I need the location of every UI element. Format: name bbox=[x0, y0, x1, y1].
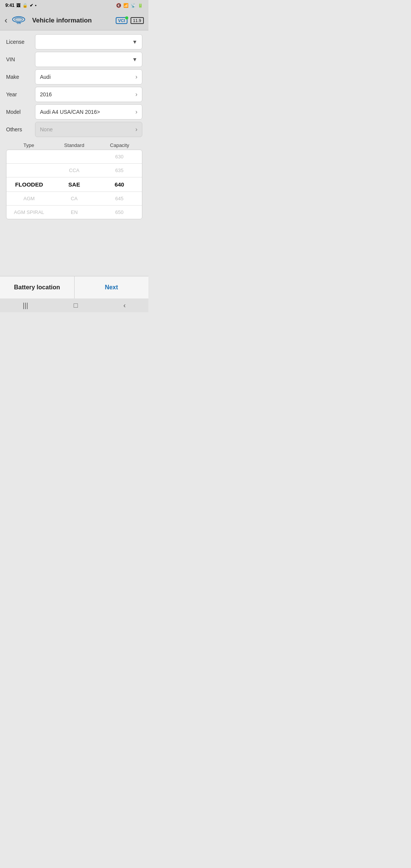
vin-chevron-down: ▼ bbox=[132, 56, 137, 62]
table-header: Type Standard Capacity bbox=[6, 141, 142, 150]
model-label: Model bbox=[6, 109, 32, 115]
license-row: License ▼ bbox=[6, 34, 142, 49]
make-value: Audi bbox=[40, 74, 51, 80]
cell-capacity-1: 635 bbox=[97, 164, 142, 177]
content: License ▼ VIN ▼ Make Audi › Year 2016 › … bbox=[0, 30, 148, 223]
svg-rect-2 bbox=[14, 18, 23, 20]
col-capacity: Capacity bbox=[97, 142, 142, 148]
cell-capacity-3: 645 bbox=[97, 192, 142, 205]
license-chevron-down: ▼ bbox=[132, 39, 137, 45]
vin-logo: VIN bbox=[10, 14, 27, 27]
make-selector[interactable]: Audi › bbox=[35, 69, 142, 85]
nav-bar: ||| □ ‹ bbox=[0, 298, 148, 312]
cell-type-3: AGM bbox=[6, 192, 52, 205]
cell-standard-3: CA bbox=[52, 192, 97, 205]
status-time: 9:41 bbox=[5, 3, 14, 8]
photo-icon: 🖼 bbox=[16, 3, 21, 8]
cell-type-2: FLOODED bbox=[6, 177, 52, 191]
nav-home-icon[interactable]: □ bbox=[74, 302, 78, 310]
dot-icon: • bbox=[35, 3, 37, 8]
vin-row: VIN ▼ bbox=[6, 52, 142, 67]
mute-icon: 🔇 bbox=[116, 3, 121, 8]
status-bar: 9:41 🖼 🔒 ✔ • 🔇 📶 📡 🔋 bbox=[0, 0, 148, 11]
cell-capacity-0: 630 bbox=[97, 150, 142, 163]
make-chevron-right: › bbox=[135, 73, 137, 80]
status-right: 🔇 📶 📡 🔋 bbox=[116, 3, 143, 8]
battery-location-button[interactable]: Battery location bbox=[0, 276, 75, 298]
cell-capacity-2: 640 bbox=[97, 177, 142, 191]
back-button[interactable]: ‹ bbox=[5, 16, 7, 26]
cell-type-0 bbox=[6, 150, 52, 163]
battery-status-icon: 🔋 bbox=[138, 3, 143, 8]
cell-standard-2: SAE bbox=[52, 177, 97, 191]
vin-label: VIN bbox=[6, 56, 32, 62]
battery-table-section: Type Standard Capacity 630 CCA 635 FLOOD… bbox=[6, 141, 142, 219]
vci-badge: VCI bbox=[116, 17, 127, 24]
header: ‹ VIN Vehicle information VCI 11.9 bbox=[0, 11, 148, 30]
table-row[interactable]: 630 bbox=[6, 150, 142, 164]
table-row[interactable]: AGM SPIRAL EN 650 bbox=[6, 206, 142, 219]
bottom-bar: Battery location Next bbox=[0, 276, 148, 298]
others-row: Others None › bbox=[6, 122, 142, 137]
cell-capacity-4: 650 bbox=[97, 206, 142, 219]
battery-table: 630 CCA 635 FLOODED SAE 640 AGM CA 645 bbox=[6, 150, 142, 219]
svg-text:VIN: VIN bbox=[17, 21, 21, 24]
col-type: Type bbox=[6, 142, 51, 148]
signal-icon: 📡 bbox=[131, 3, 136, 8]
others-label: Others bbox=[6, 126, 32, 132]
nav-menu-icon[interactable]: ||| bbox=[23, 302, 28, 310]
cell-type-4: AGM SPIRAL bbox=[6, 206, 52, 219]
vin-dropdown[interactable]: ▼ bbox=[35, 52, 142, 67]
year-row: Year 2016 › bbox=[6, 87, 142, 102]
model-chevron-right: › bbox=[135, 108, 137, 115]
lock-icon: 🔒 bbox=[22, 3, 28, 8]
cell-type-1 bbox=[6, 164, 52, 177]
vci-connected-dot bbox=[125, 16, 128, 19]
table-row[interactable]: CCA 635 bbox=[6, 164, 142, 177]
next-button[interactable]: Next bbox=[75, 276, 149, 298]
cell-standard-0 bbox=[52, 150, 97, 163]
year-value: 2016 bbox=[40, 91, 52, 97]
check-icon: ✔ bbox=[30, 3, 33, 8]
wifi-icon: 📶 bbox=[123, 3, 129, 8]
make-label: Make bbox=[6, 74, 32, 80]
year-selector[interactable]: 2016 › bbox=[35, 87, 142, 102]
header-right: VCI 11.9 bbox=[116, 17, 144, 24]
license-dropdown[interactable]: ▼ bbox=[35, 34, 142, 49]
license-label: License bbox=[6, 39, 32, 45]
model-row: Model Audi A4 USA/CAN 2016> › bbox=[6, 104, 142, 120]
cell-standard-1: CCA bbox=[52, 164, 97, 177]
others-value: None bbox=[40, 126, 53, 132]
make-row: Make Audi › bbox=[6, 69, 142, 85]
year-chevron-right: › bbox=[135, 91, 137, 98]
others-chevron-right: › bbox=[135, 126, 137, 133]
col-standard: Standard bbox=[51, 142, 97, 148]
cell-standard-4: EN bbox=[52, 206, 97, 219]
nav-back-icon[interactable]: ‹ bbox=[123, 302, 126, 310]
battery-voltage: 11.9 bbox=[131, 17, 144, 24]
others-selector[interactable]: None › bbox=[35, 122, 142, 137]
status-left: 9:41 🖼 🔒 ✔ • bbox=[5, 3, 37, 8]
table-row[interactable]: AGM CA 645 bbox=[6, 192, 142, 206]
header-title: Vehicle information bbox=[27, 17, 97, 24]
model-selector[interactable]: Audi A4 USA/CAN 2016> › bbox=[35, 104, 142, 120]
year-label: Year bbox=[6, 91, 32, 97]
model-value: Audi A4 USA/CAN 2016> bbox=[40, 109, 100, 115]
table-row-selected[interactable]: FLOODED SAE 640 bbox=[6, 177, 142, 192]
